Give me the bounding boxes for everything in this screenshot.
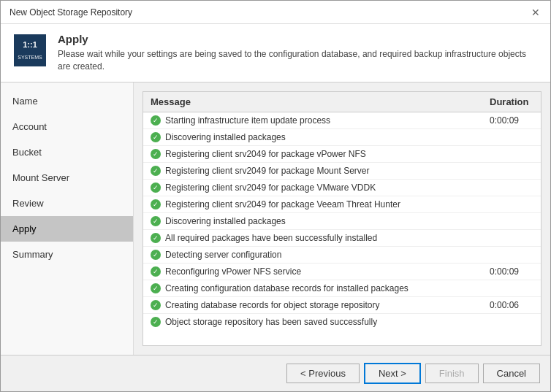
header: 1::1 SYSTEMS Apply Please wait while you… bbox=[1, 24, 550, 82]
duration-cell: 0:00:09 bbox=[482, 112, 541, 128]
message-cell: ✓Detecting server configuration bbox=[143, 246, 482, 263]
success-icon: ✓ bbox=[151, 216, 161, 226]
sidebar-item-bucket[interactable]: Bucket bbox=[1, 139, 133, 165]
success-icon: ✓ bbox=[151, 283, 161, 293]
message-text: Creating configuration database records … bbox=[165, 283, 408, 293]
footer: < Previous Next > Finish Cancel bbox=[1, 355, 550, 391]
success-icon: ✓ bbox=[151, 199, 161, 210]
message-text: Starting infrastructure item update proc… bbox=[165, 115, 330, 126]
previous-button[interactable]: < Previous bbox=[286, 364, 360, 383]
message-text: Registering client srv2049 for package M… bbox=[165, 166, 369, 176]
table-row: ✓Creating database records for object st… bbox=[143, 296, 541, 313]
success-icon: ✓ bbox=[151, 132, 161, 142]
message-cell: ✓Registering client srv2049 for package … bbox=[143, 196, 482, 212]
success-icon: ✓ bbox=[151, 115, 161, 126]
next-button[interactable]: Next > bbox=[364, 363, 421, 384]
success-icon: ✓ bbox=[151, 182, 161, 193]
title-bar: New Object Storage Repository ✕ bbox=[1, 1, 550, 24]
message-cell: ✓All required packages have been success… bbox=[143, 229, 482, 246]
duration-cell bbox=[482, 229, 541, 246]
table-row: ✓Registering client srv2049 for package … bbox=[143, 179, 541, 196]
cancel-button[interactable]: Cancel bbox=[483, 364, 540, 383]
duration-cell bbox=[482, 179, 541, 196]
sidebar-item-review[interactable]: Review bbox=[1, 191, 133, 216]
message-text: Registering client srv2049 for package v… bbox=[165, 149, 366, 159]
log-table: Message Duration ✓Starting infrastructur… bbox=[143, 92, 541, 330]
message-cell: ✓Reconfiguring vPower NFS service bbox=[143, 263, 482, 280]
message-cell: ✓Creating database records for object st… bbox=[143, 296, 482, 313]
table-row: ✓Starting infrastructure item update pro… bbox=[143, 112, 541, 128]
sidebar-item-account[interactable]: Account bbox=[1, 114, 133, 139]
message-column-header: Message bbox=[143, 92, 482, 112]
sidebar-item-apply[interactable]: Apply bbox=[1, 216, 133, 242]
message-cell: ✓Discovering installed packages bbox=[143, 212, 482, 229]
message-text: Registering client srv2049 for package V… bbox=[165, 199, 400, 210]
sidebar-item-name[interactable]: Name bbox=[1, 88, 133, 114]
svg-text:1::1: 1::1 bbox=[23, 40, 37, 49]
message-text: Detecting server configuration bbox=[165, 250, 281, 260]
log-table-container: Message Duration ✓Starting infrastructur… bbox=[142, 91, 542, 346]
dialog-title: New Object Storage Repository bbox=[10, 7, 132, 18]
success-icon: ✓ bbox=[151, 250, 161, 260]
logo: 1::1 SYSTEMS bbox=[12, 33, 48, 68]
table-row: ✓All required packages have been success… bbox=[143, 229, 541, 246]
table-row: ✓Discovering installed packages bbox=[143, 128, 541, 145]
table-row: ✓Detecting server configuration bbox=[143, 246, 541, 263]
duration-cell bbox=[482, 280, 541, 296]
close-button[interactable]: ✕ bbox=[530, 7, 542, 18]
header-content: Apply Please wait while your settings ar… bbox=[58, 33, 539, 73]
message-cell: ✓Starting infrastructure item update pro… bbox=[143, 112, 482, 128]
message-cell: ✓Registering client srv2049 for package … bbox=[143, 179, 482, 196]
sidebar-item-mount-server[interactable]: Mount Server bbox=[1, 165, 133, 191]
table-row: ✓Creating configuration database records… bbox=[143, 280, 541, 296]
success-icon: ✓ bbox=[151, 317, 161, 327]
message-text: Creating database records for object sto… bbox=[165, 300, 380, 310]
dialog: New Object Storage Repository ✕ 1::1 SYS… bbox=[0, 0, 551, 392]
header-description: Please wait while your settings are bein… bbox=[58, 48, 539, 73]
message-cell: ✓Registering client srv2049 for package … bbox=[143, 162, 482, 179]
duration-cell bbox=[482, 313, 541, 330]
duration-cell bbox=[482, 246, 541, 263]
success-icon: ✓ bbox=[151, 300, 161, 310]
duration-cell bbox=[482, 212, 541, 229]
table-row: ✓Reconfiguring vPower NFS service0:00:09 bbox=[143, 263, 541, 280]
duration-cell: 0:00:06 bbox=[482, 296, 541, 313]
duration-cell: 0:00:09 bbox=[482, 263, 541, 280]
message-text: Discovering installed packages bbox=[165, 132, 286, 142]
sidebar: NameAccountBucketMount ServerReviewApply… bbox=[1, 82, 134, 355]
message-cell: ✓Discovering installed packages bbox=[143, 128, 482, 145]
table-row: ✓Registering client srv2049 for package … bbox=[143, 196, 541, 212]
success-icon: ✓ bbox=[151, 266, 161, 277]
duration-cell bbox=[482, 128, 541, 145]
duration-cell bbox=[482, 145, 541, 162]
table-row: ✓Registering client srv2049 for package … bbox=[143, 145, 541, 162]
duration-column-header: Duration bbox=[482, 92, 541, 112]
duration-cell bbox=[482, 162, 541, 179]
duration-cell bbox=[482, 196, 541, 212]
table-row: ✓Object storage repository has been save… bbox=[143, 313, 541, 330]
message-text: All required packages have been successf… bbox=[165, 233, 377, 243]
message-cell: ✓Registering client srv2049 for package … bbox=[143, 145, 482, 162]
finish-button[interactable]: Finish bbox=[425, 364, 479, 383]
message-cell: ✓Object storage repository has been save… bbox=[143, 313, 482, 330]
table-row: ✓Registering client srv2049 for package … bbox=[143, 162, 541, 179]
body: NameAccountBucketMount ServerReviewApply… bbox=[1, 82, 550, 355]
sidebar-item-summary[interactable]: Summary bbox=[1, 242, 133, 267]
message-text: Object storage repository has been saved… bbox=[165, 317, 377, 327]
success-icon: ✓ bbox=[151, 166, 161, 176]
table-row: ✓Discovering installed packages bbox=[143, 212, 541, 229]
message-text: Discovering installed packages bbox=[165, 216, 286, 226]
header-title: Apply bbox=[58, 33, 539, 45]
svg-text:SYSTEMS: SYSTEMS bbox=[18, 55, 42, 60]
success-icon: ✓ bbox=[151, 233, 161, 243]
success-icon: ✓ bbox=[151, 149, 161, 159]
message-cell: ✓Creating configuration database records… bbox=[143, 280, 482, 296]
svg-rect-0 bbox=[14, 34, 46, 66]
message-text: Registering client srv2049 for package V… bbox=[165, 182, 376, 193]
message-text: Reconfiguring vPower NFS service bbox=[165, 266, 301, 277]
main-content: Message Duration ✓Starting infrastructur… bbox=[134, 82, 550, 355]
